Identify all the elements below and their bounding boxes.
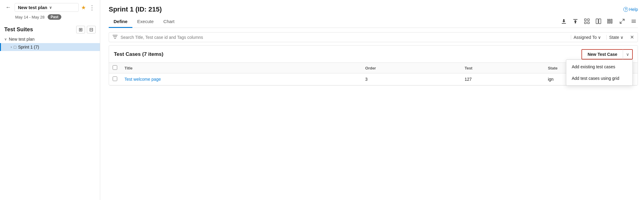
col-test: Test — [461, 63, 544, 73]
remove-suite-icon: ⊟ — [89, 27, 93, 32]
svg-rect-3 — [588, 19, 589, 21]
col-title: Title — [121, 63, 362, 73]
state-dropdown[interactable]: State ∨ — [606, 35, 626, 40]
remove-suite-button[interactable]: ⊟ — [87, 26, 96, 33]
folder-icon: □ — [14, 45, 16, 49]
row-title[interactable]: Test welcome page — [121, 73, 362, 85]
grid-icon — [584, 19, 590, 24]
select-all-checkbox[interactable] — [113, 65, 117, 70]
add-suite-icon: ⊞ — [79, 27, 83, 32]
test-cases-section: Test Cases (7 items) New Test Case ∨ Add… — [109, 45, 638, 86]
date-range: May 14 - May 28 — [15, 15, 45, 19]
assigned-to-dropdown[interactable]: Assigned To ∨ — [571, 35, 603, 40]
dropdown-item-add-existing[interactable]: Add existing test cases — [566, 61, 632, 73]
test-suites-header: Test Suites ⊞ ⊟ — [0, 23, 100, 35]
filter-search-input[interactable] — [121, 35, 568, 40]
svg-rect-4 — [584, 22, 586, 24]
add-suite-button[interactable]: ⊞ — [76, 26, 85, 33]
dropdown-item-add-grid[interactable]: Add test cases using grid — [566, 73, 632, 84]
main-content: Sprint 1 (ID: 215) ? Help Define Execute… — [100, 0, 644, 200]
assigned-to-chevron-icon: ∨ — [598, 35, 601, 40]
tab-chart[interactable]: Chart — [158, 16, 179, 28]
svg-rect-6 — [596, 19, 598, 24]
col-order: Order — [362, 63, 461, 73]
svg-rect-8 — [608, 19, 608, 23]
dropdown-chevron-icon: ∨ — [626, 52, 629, 57]
export-icon — [573, 19, 578, 24]
sidebar-header: ← New test plan ∨ ★ ⋮ — [0, 0, 100, 14]
help-label: Help — [629, 7, 638, 12]
test-cases-header: Test Cases (7 items) New Test Case ∨ Add… — [109, 46, 638, 63]
expand-icon — [619, 19, 625, 24]
filter-close-icon[interactable]: ✕ — [630, 34, 634, 40]
toolbar-filter-cols-button[interactable] — [606, 18, 615, 25]
assigned-to-label: Assigned To — [574, 35, 597, 40]
toolbar-expand-button[interactable] — [618, 18, 626, 25]
filter-cols-icon — [607, 19, 613, 24]
toolbar-settings-button[interactable] — [629, 18, 638, 25]
svg-rect-2 — [584, 19, 586, 21]
sidebar-item-root[interactable]: ∨ New test plan — [0, 35, 100, 43]
child-chevron-icon: › — [11, 45, 12, 49]
child-suite-label: Sprint 1 (7) — [18, 45, 39, 49]
toolbar-import-button[interactable] — [560, 18, 568, 25]
tab-define[interactable]: Define — [109, 16, 132, 28]
row-order: 3 — [362, 73, 461, 85]
past-badge: Past — [48, 14, 61, 20]
sidebar-item-sprint1[interactable]: › □ Sprint 1 (7) — [0, 43, 100, 51]
state-chevron-icon: ∨ — [620, 35, 623, 40]
new-test-case-group: New Test Case ∨ Add existing test cases … — [581, 49, 633, 59]
sidebar: ← New test plan ∨ ★ ⋮ May 14 - May 28 Pa… — [0, 0, 100, 200]
plan-title-button[interactable]: New test plan ∨ — [15, 3, 79, 12]
state-label: State — [609, 35, 619, 40]
import-icon — [561, 19, 567, 24]
svg-rect-0 — [562, 23, 566, 24]
plan-chevron-icon: ∨ — [49, 5, 52, 10]
root-chevron-icon: ∨ — [4, 37, 7, 41]
svg-rect-7 — [599, 19, 601, 24]
columns-icon — [596, 19, 601, 24]
filter-bar: Assigned To ∨ State ∨ ✕ — [109, 32, 638, 42]
select-all-header — [109, 63, 121, 73]
sidebar-date-row: May 14 - May 28 Past — [0, 14, 100, 23]
toolbar-columns-button[interactable] — [594, 18, 603, 25]
test-cases-table: Title Order Test State Test welcome page… — [109, 63, 638, 85]
tab-execute[interactable]: Execute — [132, 16, 158, 28]
table-row: Test welcome page 3 127 ign — [109, 73, 638, 85]
tabs-row: Define Execute Chart — [109, 16, 638, 28]
svg-rect-9 — [609, 19, 610, 23]
filter-icon — [113, 35, 118, 40]
new-test-case-dropdown-button[interactable]: ∨ — [623, 49, 633, 59]
star-icon[interactable]: ★ — [81, 4, 86, 11]
svg-line-13 — [622, 19, 624, 21]
settings-icon — [631, 19, 636, 24]
main-header: Sprint 1 (ID: 215) ? Help — [109, 5, 638, 13]
root-plan-label: New test plan — [9, 37, 35, 42]
test-suites-title: Test Suites — [4, 26, 33, 33]
new-test-case-button[interactable]: New Test Case — [581, 49, 623, 59]
toolbar-grid-button[interactable] — [583, 18, 591, 25]
row-checkbox-cell — [109, 73, 121, 85]
svg-rect-1 — [573, 19, 578, 20]
row-test: 127 — [461, 73, 544, 85]
svg-rect-10 — [611, 19, 612, 23]
sprint-title: Sprint 1 (ID: 215) — [109, 5, 162, 13]
test-cases-title: Test Cases (7 items) — [114, 51, 163, 57]
suite-actions: ⊞ ⊟ — [76, 26, 96, 33]
table-header-row: Title Order Test State — [109, 63, 638, 73]
svg-rect-5 — [588, 22, 589, 24]
plan-title-label: New test plan — [18, 5, 47, 10]
help-circle-icon: ? — [623, 7, 628, 12]
help-link[interactable]: ? Help — [623, 7, 638, 12]
back-button[interactable]: ← — [4, 4, 13, 11]
svg-line-12 — [620, 22, 622, 23]
more-menu-button[interactable]: ⋮ — [88, 3, 96, 12]
toolbar-export-button[interactable] — [571, 18, 580, 25]
new-test-case-dropdown-menu: Add existing test cases Add test cases u… — [566, 59, 633, 86]
row-checkbox[interactable] — [113, 76, 117, 81]
tab-toolbar — [560, 18, 638, 26]
